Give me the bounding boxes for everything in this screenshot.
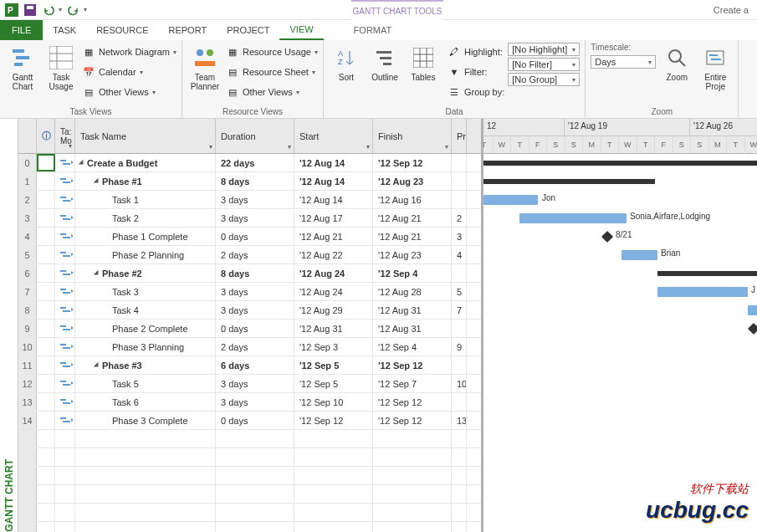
col-pred[interactable]: Pr bbox=[452, 119, 467, 153]
gantt-task-bar[interactable] bbox=[483, 195, 538, 205]
cell-finish[interactable]: '12 Aug 31 bbox=[373, 301, 452, 319]
cell-duration[interactable]: 0 days bbox=[216, 320, 294, 337]
cell-finish[interactable]: '12 Sep 12 bbox=[373, 356, 452, 374]
cell-start[interactable]: '12 Aug 14 bbox=[294, 191, 373, 208]
cell-finish[interactable]: '12 Sep 12 bbox=[373, 154, 452, 171]
cell-start[interactable]: '12 Sep 10 bbox=[294, 393, 373, 411]
cell-mode[interactable] bbox=[55, 412, 75, 429]
gantt-summary-bar[interactable] bbox=[483, 161, 757, 166]
row-number[interactable]: 4 bbox=[18, 228, 37, 245]
table-row[interactable]: 5Phase 2 Planning2 days'12 Aug 22'12 Aug… bbox=[18, 246, 481, 264]
cell-finish[interactable]: '12 Sep 4 bbox=[373, 264, 452, 282]
undo-dropdown[interactable]: ▾ bbox=[59, 6, 62, 13]
gantt-row[interactable] bbox=[483, 356, 757, 375]
table-row[interactable]: 10Phase 3 Planning2 days'12 Sep 3'12 Sep… bbox=[18, 338, 481, 356]
table-row[interactable]: 6Phase #28 days'12 Aug 24'12 Sep 4 bbox=[18, 264, 481, 283]
cell-name[interactable]: Phase 3 Planning bbox=[75, 338, 216, 356]
table-row[interactable]: 2Task 13 days'12 Aug 14'12 Aug 16 bbox=[18, 191, 481, 209]
gantt-row[interactable] bbox=[483, 154, 757, 172]
table-row[interactable]: 4Phase 1 Complete0 days'12 Aug 21'12 Aug… bbox=[18, 228, 481, 246]
table-row[interactable]: 1Phase #18 days'12 Aug 14'12 Aug 23 bbox=[18, 172, 481, 191]
col-rownum[interactable] bbox=[18, 119, 37, 153]
tab-resource[interactable]: RESOURCE bbox=[86, 20, 158, 40]
sort-button[interactable]: AZSort bbox=[329, 43, 364, 107]
cell-name[interactable]: Task 6 bbox=[75, 393, 216, 411]
highlight-combo[interactable]: [No Highlight]▾ bbox=[508, 43, 580, 56]
team-planner-button[interactable]: TeamPlanner bbox=[187, 43, 222, 107]
cell-info[interactable] bbox=[37, 172, 55, 190]
cell-pred[interactable] bbox=[452, 191, 467, 208]
cell-info[interactable] bbox=[37, 356, 55, 374]
cell-pred[interactable]: 3 bbox=[452, 228, 467, 245]
cell-duration[interactable]: 2 days bbox=[216, 246, 294, 263]
cell-pred[interactable]: 5 bbox=[452, 283, 467, 300]
row-number[interactable]: 10 bbox=[18, 338, 37, 356]
cell-pred[interactable]: 2 bbox=[452, 209, 467, 227]
cell-finish[interactable]: '12 Sep 7 bbox=[373, 375, 452, 392]
cell-duration[interactable]: 3 days bbox=[216, 375, 294, 392]
gantt-row[interactable] bbox=[483, 375, 757, 393]
row-number[interactable]: 1 bbox=[18, 172, 37, 190]
row-number[interactable]: 2 bbox=[18, 191, 37, 208]
row-number[interactable]: 14 bbox=[18, 412, 37, 429]
row-number[interactable]: 5 bbox=[18, 246, 37, 263]
gantt-milestone[interactable] bbox=[601, 231, 613, 243]
cell-start[interactable]: '12 Sep 3 bbox=[294, 338, 373, 356]
table-row[interactable]: 3Task 23 days'12 Aug 17'12 Aug 212 bbox=[18, 209, 481, 228]
cell-name[interactable]: Task 1 bbox=[75, 191, 216, 208]
tab-task[interactable]: TASK bbox=[43, 20, 86, 40]
gantt-row[interactable] bbox=[483, 338, 757, 356]
gantt-row[interactable] bbox=[483, 393, 757, 412]
cell-start[interactable]: '12 Aug 24 bbox=[294, 264, 373, 282]
other-views-2-button[interactable]: ▤Other Views▾ bbox=[226, 83, 318, 101]
timescale-combo[interactable]: Days▾ bbox=[591, 55, 656, 69]
col-duration[interactable]: Duration▾ bbox=[216, 119, 294, 153]
cell-finish[interactable]: '12 Aug 28 bbox=[373, 283, 452, 300]
cell-mode[interactable] bbox=[55, 154, 75, 171]
cell-info[interactable] bbox=[37, 301, 55, 319]
cell-info[interactable] bbox=[37, 412, 55, 429]
cell-start[interactable]: '12 Sep 5 bbox=[294, 356, 373, 374]
gantt-body[interactable]: JonSonia,Airfare,Lodging8/21BrianJ bbox=[483, 154, 757, 430]
cell-mode[interactable] bbox=[55, 301, 75, 319]
gantt-summary-bar[interactable] bbox=[657, 271, 757, 276]
cell-mode[interactable] bbox=[55, 338, 75, 356]
table-row[interactable]: 9Phase 2 Complete0 days'12 Aug 31'12 Aug… bbox=[18, 320, 481, 338]
cell-info[interactable] bbox=[37, 264, 55, 282]
calendar-button[interactable]: 📅Calendar▾ bbox=[82, 63, 176, 81]
cell-mode[interactable] bbox=[55, 191, 75, 208]
gantt-task-bar[interactable] bbox=[748, 305, 757, 315]
tab-project[interactable]: PROJECT bbox=[217, 20, 279, 40]
task-usage-button[interactable]: TaskUsage bbox=[43, 43, 79, 107]
cell-finish[interactable]: '12 Sep 12 bbox=[373, 412, 452, 429]
cell-start[interactable]: '12 Aug 14 bbox=[294, 172, 373, 190]
gantt-milestone[interactable] bbox=[748, 323, 757, 335]
cell-start[interactable]: '12 Aug 14 bbox=[294, 154, 373, 171]
cell-start[interactable]: '12 Aug 31 bbox=[294, 320, 373, 337]
cell-finish[interactable]: '12 Aug 21 bbox=[373, 209, 452, 227]
cell-duration[interactable]: 8 days bbox=[216, 264, 294, 282]
cell-info[interactable] bbox=[37, 283, 55, 300]
resource-sheet-button[interactable]: ▤Resource Sheet▾ bbox=[226, 63, 318, 81]
cell-name[interactable]: Task 3 bbox=[75, 283, 216, 300]
grid-body[interactable]: 0Create a Budget22 days'12 Aug 14'12 Sep… bbox=[18, 154, 481, 532]
gantt-row[interactable] bbox=[483, 320, 757, 338]
row-number[interactable]: 11 bbox=[18, 356, 37, 374]
cell-pred[interactable]: 13 bbox=[452, 412, 467, 429]
cell-mode[interactable] bbox=[55, 375, 75, 392]
table-row[interactable]: 13Task 63 days'12 Sep 10'12 Sep 12 bbox=[18, 393, 481, 412]
cell-pred[interactable] bbox=[452, 264, 467, 282]
cell-info[interactable] bbox=[37, 393, 55, 411]
cell-pred[interactable] bbox=[452, 320, 467, 337]
outline-button[interactable]: Outline bbox=[367, 43, 402, 107]
cell-pred[interactable]: 4 bbox=[452, 246, 467, 263]
row-number[interactable]: 6 bbox=[18, 264, 37, 282]
cell-finish[interactable]: '12 Sep 12 bbox=[373, 393, 452, 411]
col-start[interactable]: Start▾ bbox=[294, 119, 373, 153]
cell-finish[interactable]: '12 Sep 4 bbox=[373, 338, 452, 356]
cell-info[interactable] bbox=[37, 154, 55, 171]
tab-file[interactable]: FILE bbox=[0, 20, 43, 40]
gantt-row[interactable]: Sonia,Airfare,Lodging bbox=[483, 209, 757, 228]
gantt-chart-button[interactable]: GanttChart bbox=[5, 43, 40, 107]
view-side-tab[interactable]: GANTT CHART bbox=[0, 119, 18, 532]
